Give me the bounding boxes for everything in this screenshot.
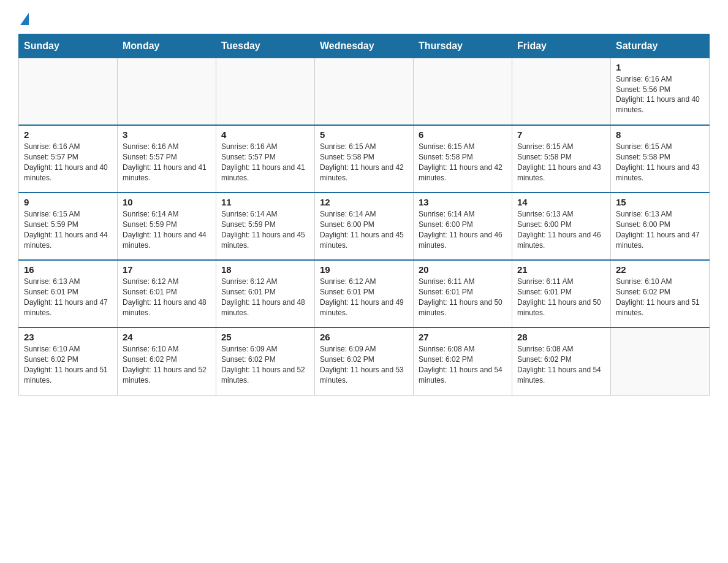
day-number: 3 bbox=[123, 129, 211, 140]
day-info: Sunrise: 6:12 AMSunset: 6:01 PMDaylight:… bbox=[221, 277, 309, 318]
calendar-cell bbox=[216, 58, 315, 125]
day-number: 19 bbox=[320, 264, 408, 275]
calendar-cell: 21Sunrise: 6:11 AMSunset: 6:01 PMDayligh… bbox=[512, 260, 611, 327]
day-info: Sunrise: 6:12 AMSunset: 6:01 PMDaylight:… bbox=[320, 277, 408, 318]
day-info: Sunrise: 6:13 AMSunset: 6:00 PMDaylight:… bbox=[616, 209, 704, 250]
calendar-cell bbox=[512, 58, 611, 125]
calendar-cell: 27Sunrise: 6:08 AMSunset: 6:02 PMDayligh… bbox=[414, 327, 512, 395]
day-number: 12 bbox=[320, 197, 408, 207]
day-number: 5 bbox=[320, 129, 408, 140]
calendar-cell: 19Sunrise: 6:12 AMSunset: 6:01 PMDayligh… bbox=[315, 260, 414, 327]
day-number: 20 bbox=[419, 264, 507, 275]
day-info: Sunrise: 6:11 AMSunset: 6:01 PMDaylight:… bbox=[517, 277, 605, 318]
calendar-cell: 23Sunrise: 6:10 AMSunset: 6:02 PMDayligh… bbox=[19, 327, 118, 395]
day-info: Sunrise: 6:15 AMSunset: 5:58 PMDaylight:… bbox=[616, 142, 704, 183]
day-number: 9 bbox=[24, 197, 112, 207]
day-number: 1 bbox=[616, 62, 704, 72]
day-info: Sunrise: 6:10 AMSunset: 6:02 PMDaylight:… bbox=[616, 277, 704, 318]
header-friday: Friday bbox=[512, 34, 611, 58]
calendar-week-5: 23Sunrise: 6:10 AMSunset: 6:02 PMDayligh… bbox=[19, 327, 710, 395]
day-info: Sunrise: 6:13 AMSunset: 6:01 PMDaylight:… bbox=[24, 277, 112, 318]
day-info: Sunrise: 6:08 AMSunset: 6:02 PMDaylight:… bbox=[517, 344, 605, 385]
calendar-week-1: 1Sunrise: 6:16 AMSunset: 5:56 PMDaylight… bbox=[19, 58, 710, 125]
calendar-cell: 26Sunrise: 6:09 AMSunset: 6:02 PMDayligh… bbox=[315, 327, 414, 395]
calendar-cell: 4Sunrise: 6:16 AMSunset: 5:57 PMDaylight… bbox=[216, 125, 315, 193]
day-info: Sunrise: 6:16 AMSunset: 5:57 PMDaylight:… bbox=[221, 142, 309, 183]
day-number: 13 bbox=[419, 197, 507, 207]
day-number: 21 bbox=[517, 264, 605, 275]
day-info: Sunrise: 6:10 AMSunset: 6:02 PMDaylight:… bbox=[123, 344, 211, 385]
day-info: Sunrise: 6:14 AMSunset: 5:59 PMDaylight:… bbox=[123, 209, 211, 250]
day-number: 18 bbox=[221, 264, 309, 275]
calendar-cell: 9Sunrise: 6:15 AMSunset: 5:59 PMDaylight… bbox=[19, 193, 118, 260]
day-number: 24 bbox=[123, 332, 211, 342]
day-info: Sunrise: 6:14 AMSunset: 6:00 PMDaylight:… bbox=[320, 209, 408, 250]
calendar-cell: 15Sunrise: 6:13 AMSunset: 6:00 PMDayligh… bbox=[611, 193, 710, 260]
day-info: Sunrise: 6:15 AMSunset: 5:58 PMDaylight:… bbox=[517, 142, 605, 183]
day-info: Sunrise: 6:09 AMSunset: 6:02 PMDaylight:… bbox=[320, 344, 408, 385]
day-info: Sunrise: 6:11 AMSunset: 6:01 PMDaylight:… bbox=[419, 277, 507, 318]
calendar-week-2: 2Sunrise: 6:16 AMSunset: 5:57 PMDaylight… bbox=[19, 125, 710, 193]
calendar-table: SundayMondayTuesdayWednesdayThursdayFrid… bbox=[18, 34, 710, 396]
day-number: 28 bbox=[517, 332, 605, 342]
calendar-cell: 3Sunrise: 6:16 AMSunset: 5:57 PMDaylight… bbox=[118, 125, 216, 193]
calendar-cell: 8Sunrise: 6:15 AMSunset: 5:58 PMDaylight… bbox=[611, 125, 710, 193]
calendar-week-4: 16Sunrise: 6:13 AMSunset: 6:01 PMDayligh… bbox=[19, 260, 710, 327]
header-monday: Monday bbox=[118, 34, 216, 58]
calendar-cell bbox=[19, 58, 118, 125]
day-info: Sunrise: 6:16 AMSunset: 5:56 PMDaylight:… bbox=[616, 74, 704, 115]
calendar-cell bbox=[315, 58, 414, 125]
day-info: Sunrise: 6:08 AMSunset: 6:02 PMDaylight:… bbox=[419, 344, 507, 385]
calendar-header-row: SundayMondayTuesdayWednesdayThursdayFrid… bbox=[19, 34, 710, 58]
day-number: 17 bbox=[123, 264, 211, 275]
day-number: 11 bbox=[221, 197, 309, 207]
logo-triangle-icon bbox=[20, 13, 29, 25]
calendar-cell: 13Sunrise: 6:14 AMSunset: 6:00 PMDayligh… bbox=[414, 193, 512, 260]
day-info: Sunrise: 6:09 AMSunset: 6:02 PMDaylight:… bbox=[221, 344, 309, 385]
calendar-cell: 2Sunrise: 6:16 AMSunset: 5:57 PMDaylight… bbox=[19, 125, 118, 193]
calendar-cell bbox=[611, 327, 710, 395]
calendar-cell: 28Sunrise: 6:08 AMSunset: 6:02 PMDayligh… bbox=[512, 327, 611, 395]
calendar-cell: 16Sunrise: 6:13 AMSunset: 6:01 PMDayligh… bbox=[19, 260, 118, 327]
day-info: Sunrise: 6:14 AMSunset: 5:59 PMDaylight:… bbox=[221, 209, 309, 250]
page-header bbox=[18, 12, 710, 28]
calendar-cell: 12Sunrise: 6:14 AMSunset: 6:00 PMDayligh… bbox=[315, 193, 414, 260]
day-info: Sunrise: 6:13 AMSunset: 6:00 PMDaylight:… bbox=[517, 209, 605, 250]
day-number: 4 bbox=[221, 129, 309, 140]
calendar-cell: 22Sunrise: 6:10 AMSunset: 6:02 PMDayligh… bbox=[611, 260, 710, 327]
header-sunday: Sunday bbox=[19, 34, 118, 58]
day-number: 27 bbox=[419, 332, 507, 342]
calendar-cell: 20Sunrise: 6:11 AMSunset: 6:01 PMDayligh… bbox=[414, 260, 512, 327]
day-info: Sunrise: 6:16 AMSunset: 5:57 PMDaylight:… bbox=[123, 142, 211, 183]
calendar-cell: 11Sunrise: 6:14 AMSunset: 5:59 PMDayligh… bbox=[216, 193, 315, 260]
day-number: 16 bbox=[24, 264, 112, 275]
day-number: 26 bbox=[320, 332, 408, 342]
calendar-cell bbox=[118, 58, 216, 125]
calendar-cell: 24Sunrise: 6:10 AMSunset: 6:02 PMDayligh… bbox=[118, 327, 216, 395]
day-number: 10 bbox=[123, 197, 211, 207]
day-info: Sunrise: 6:15 AMSunset: 5:59 PMDaylight:… bbox=[24, 209, 112, 250]
day-number: 22 bbox=[616, 264, 704, 275]
day-number: 7 bbox=[517, 129, 605, 140]
calendar-cell: 25Sunrise: 6:09 AMSunset: 6:02 PMDayligh… bbox=[216, 327, 315, 395]
header-thursday: Thursday bbox=[414, 34, 512, 58]
calendar-cell bbox=[414, 58, 512, 125]
day-info: Sunrise: 6:15 AMSunset: 5:58 PMDaylight:… bbox=[320, 142, 408, 183]
calendar-cell: 5Sunrise: 6:15 AMSunset: 5:58 PMDaylight… bbox=[315, 125, 414, 193]
day-number: 15 bbox=[616, 197, 704, 207]
day-number: 23 bbox=[24, 332, 112, 342]
day-info: Sunrise: 6:10 AMSunset: 6:02 PMDaylight:… bbox=[24, 344, 112, 385]
calendar-week-3: 9Sunrise: 6:15 AMSunset: 5:59 PMDaylight… bbox=[19, 193, 710, 260]
day-number: 6 bbox=[419, 129, 507, 140]
day-number: 14 bbox=[517, 197, 605, 207]
day-number: 8 bbox=[616, 129, 704, 140]
day-info: Sunrise: 6:15 AMSunset: 5:58 PMDaylight:… bbox=[419, 142, 507, 183]
day-info: Sunrise: 6:16 AMSunset: 5:57 PMDaylight:… bbox=[24, 142, 112, 183]
calendar-cell: 17Sunrise: 6:12 AMSunset: 6:01 PMDayligh… bbox=[118, 260, 216, 327]
calendar-cell: 1Sunrise: 6:16 AMSunset: 5:56 PMDaylight… bbox=[611, 58, 710, 125]
calendar-cell: 7Sunrise: 6:15 AMSunset: 5:58 PMDaylight… bbox=[512, 125, 611, 193]
calendar-cell: 10Sunrise: 6:14 AMSunset: 5:59 PMDayligh… bbox=[118, 193, 216, 260]
calendar-cell: 14Sunrise: 6:13 AMSunset: 6:00 PMDayligh… bbox=[512, 193, 611, 260]
day-number: 2 bbox=[24, 129, 112, 140]
day-number: 25 bbox=[221, 332, 309, 342]
